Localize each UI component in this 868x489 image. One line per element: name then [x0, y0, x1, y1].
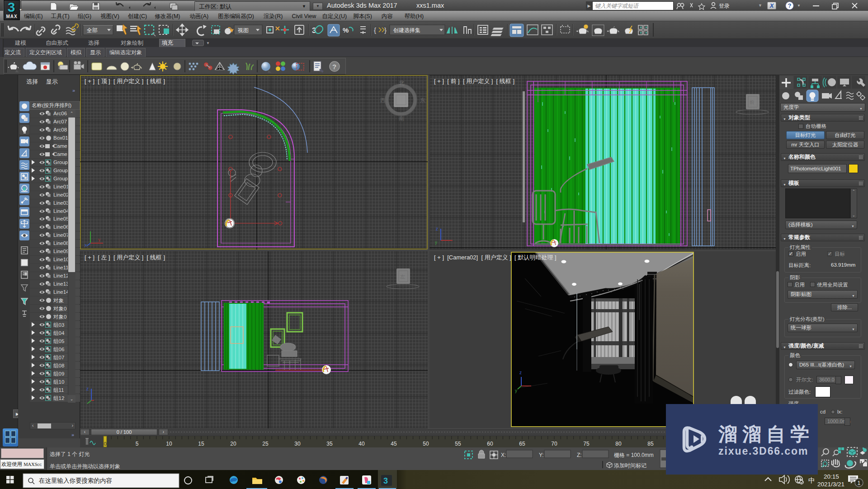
svg-text:65: 65 — [519, 441, 525, 447]
svg-text:[ + ] [ 左 ] [ 用户定义 ] [ 线框 ]: [ + ] [ 左 ] [ 用户定义 ] [ 线框 ] — [85, 254, 165, 261]
svg-text:zixue.3D66.com: zixue.3D66.com — [718, 445, 808, 457]
svg-text:[ + ] [ 顶 ] [ 用户定义 ] [ 线框 ]: [ + ] [ 顶 ] [ 用户定义 ] [ 线框 ] — [85, 78, 165, 85]
svg-text:前: 前 — [749, 99, 755, 105]
svg-text:▼: ▼ — [758, 3, 762, 8]
svg-text:?: ? — [332, 63, 336, 71]
svg-text:东: 东 — [420, 97, 425, 103]
svg-text:[ + ] [ 前 ] [ 用户定义 ] [ 线框 ]: [ + ] [ 前 ] [ 用户定义 ] [ 线框 ] — [434, 78, 514, 85]
svg-text:10: 10 — [166, 441, 172, 447]
svg-text:85: 85 — [647, 441, 654, 447]
svg-text:20:15: 20:15 — [824, 473, 839, 480]
svg-text:y: y — [435, 240, 437, 245]
svg-text:北: 北 — [399, 80, 404, 86]
svg-text:栅格 = 100.0mm: 栅格 = 100.0mm — [614, 452, 654, 458]
svg-text:70: 70 — [551, 441, 557, 447]
svg-text:2021/3/21: 2021/3/21 — [817, 481, 844, 488]
svg-text:z: z — [86, 386, 89, 391]
svg-text:[ + ] [Camera02] [ 用户定义 ] [: [ + ] [Camera02] [ 用户定义 ] [ 默认明暗处理 ] — [434, 254, 557, 261]
svg-text:0: 0 — [104, 441, 106, 447]
svg-text:视图: 视图 — [237, 27, 249, 33]
svg-text:50: 50 — [423, 441, 429, 447]
svg-text:40: 40 — [359, 441, 365, 447]
svg-text:在这里输入你要搜索的内容: 在这里输入你要搜索的内容 — [39, 477, 112, 484]
svg-text:75: 75 — [583, 441, 590, 447]
svg-text:80: 80 — [615, 441, 622, 447]
svg-text:35: 35 — [326, 441, 333, 447]
svg-text:Z:: Z: — [577, 452, 582, 458]
svg-text:x: x — [85, 243, 87, 248]
svg-text:Y:: Y: — [539, 452, 544, 458]
svg-text:5: 5 — [136, 441, 139, 447]
svg-text:20: 20 — [230, 441, 236, 447]
svg-text:30: 30 — [294, 441, 301, 447]
svg-text:X:: X: — [501, 452, 506, 458]
svg-text:左: 左 — [400, 274, 405, 279]
svg-text:%: % — [343, 26, 349, 34]
svg-text:25: 25 — [262, 441, 269, 447]
svg-text:3: 3 — [312, 26, 316, 35]
svg-text:y: y — [515, 388, 517, 393]
svg-text:全部: 全部 — [87, 27, 98, 33]
svg-text:}: } — [384, 26, 387, 34]
svg-text:创建选择集: 创建选择集 — [393, 27, 420, 33]
svg-text:西: 西 — [380, 97, 386, 103]
svg-text:z: z — [519, 370, 522, 375]
svg-text:登录: 登录 — [719, 3, 730, 9]
svg-text:1: 1 — [858, 480, 861, 486]
svg-text:55: 55 — [455, 441, 461, 447]
svg-text:60: 60 — [487, 441, 493, 447]
svg-text:y: y — [98, 237, 100, 242]
svg-text:添加时间标记: 添加时间标记 — [614, 462, 646, 469]
svg-text:z: z — [436, 226, 438, 231]
svg-text:中: 中 — [808, 476, 815, 484]
svg-text:15: 15 — [198, 441, 204, 447]
svg-text:{: { — [374, 26, 376, 34]
svg-text:45: 45 — [391, 441, 397, 447]
svg-text:溜溜自学: 溜溜自学 — [718, 423, 809, 445]
svg-text:南: 南 — [399, 115, 404, 122]
svg-text:3: 3 — [383, 476, 388, 485]
